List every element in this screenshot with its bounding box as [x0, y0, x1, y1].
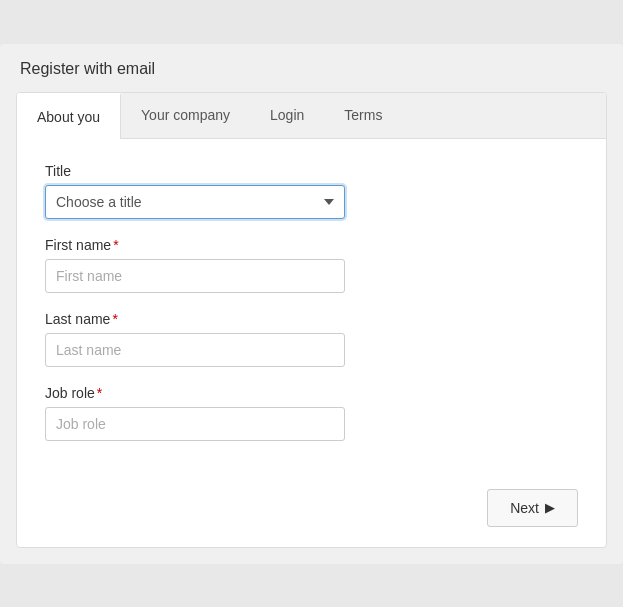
outer-container: Register with email About you Your compa… [0, 44, 623, 564]
first-name-label: First name* [45, 237, 578, 253]
last-name-group: Last name* [45, 311, 578, 367]
title-select[interactable]: Choose a title Mr Mrs Ms Miss Dr Prof [45, 185, 345, 219]
form-footer: Next ▶ [17, 479, 606, 547]
form-body: Title Choose a title Mr Mrs Ms Miss Dr P… [17, 139, 606, 479]
first-name-required: * [113, 237, 118, 253]
page-title: Register with email [16, 60, 607, 78]
tab-about-you[interactable]: About you [17, 93, 121, 139]
first-name-group: First name* [45, 237, 578, 293]
tab-terms[interactable]: Terms [324, 93, 402, 138]
tab-bar: About you Your company Login Terms [17, 93, 606, 139]
next-icon: ▶ [545, 500, 555, 515]
last-name-input[interactable] [45, 333, 345, 367]
last-name-label: Last name* [45, 311, 578, 327]
next-button[interactable]: Next ▶ [487, 489, 578, 527]
tab-your-company[interactable]: Your company [121, 93, 250, 138]
job-role-required: * [97, 385, 102, 401]
last-name-required: * [112, 311, 117, 327]
registration-card: About you Your company Login Terms Title… [16, 92, 607, 548]
job-role-input[interactable] [45, 407, 345, 441]
title-group: Title Choose a title Mr Mrs Ms Miss Dr P… [45, 163, 578, 219]
job-role-group: Job role* [45, 385, 578, 441]
title-label: Title [45, 163, 578, 179]
first-name-input[interactable] [45, 259, 345, 293]
tab-login[interactable]: Login [250, 93, 324, 138]
next-button-label: Next [510, 500, 539, 516]
job-role-label: Job role* [45, 385, 578, 401]
